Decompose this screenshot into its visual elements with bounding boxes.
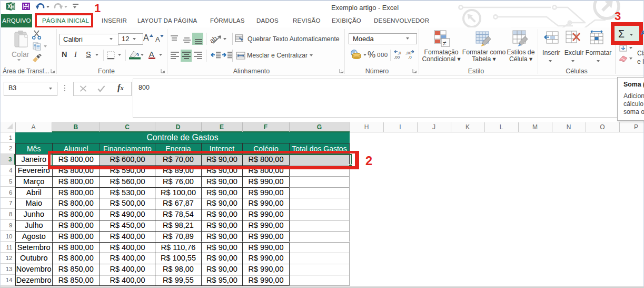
svg-text:X: X <box>7 4 11 9</box>
svg-text:≠: ≠ <box>443 40 447 47</box>
svg-text:,0: ,0 <box>408 55 412 60</box>
svg-text:,00: ,00 <box>394 55 400 60</box>
